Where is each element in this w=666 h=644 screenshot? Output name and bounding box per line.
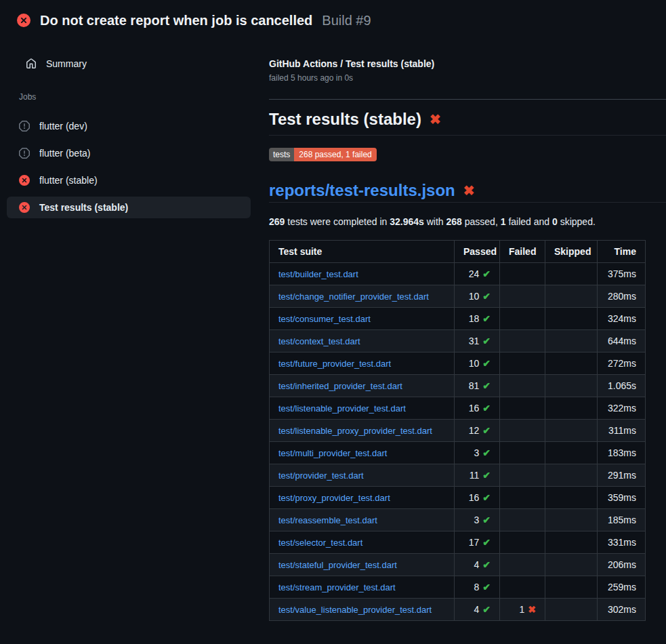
results-table: Test suite Passed Failed Skipped Time te… bbox=[269, 240, 646, 621]
section-title: Test results (stable) bbox=[269, 110, 421, 129]
table-row: test/stream_provider_test.dart8✔259ms bbox=[270, 576, 646, 599]
passed-cell: 10✔ bbox=[455, 353, 500, 375]
failed-cell bbox=[500, 554, 545, 576]
summary-line: 269 tests were completed in 32.964s with… bbox=[269, 216, 666, 227]
passed-cell: 18✔ bbox=[455, 308, 500, 330]
fail-x-icon: ✖ bbox=[528, 604, 536, 615]
passed-value: 24 bbox=[469, 268, 480, 279]
passed-cell: 10✔ bbox=[455, 285, 500, 308]
passed-value: 3 bbox=[474, 515, 479, 525]
pass-check-icon: ✔ bbox=[482, 604, 491, 615]
test-suite-link[interactable]: test/stateful_provider_test.dart bbox=[278, 560, 397, 570]
test-suite-link[interactable]: test/inherited_provider_test.dart bbox=[278, 381, 402, 391]
summary-text: passed, bbox=[462, 216, 501, 227]
passed-cell: 17✔ bbox=[455, 531, 500, 554]
test-suite-link[interactable]: test/consumer_test.dart bbox=[278, 314, 371, 324]
pass-check-icon: ✔ bbox=[482, 313, 491, 324]
skipped-cell bbox=[545, 263, 598, 285]
cancelled-stop-icon bbox=[19, 121, 30, 132]
table-row: test/listenable_provider_test.dart16✔322… bbox=[270, 397, 646, 420]
sidebar-item-flutter-stable[interactable]: flutter (stable) bbox=[7, 169, 251, 191]
test-suite-cell: test/selector_test.dart bbox=[270, 531, 455, 554]
sidebar: Summary Jobs flutter (dev) flutter (beta… bbox=[0, 53, 257, 224]
pass-check-icon: ✔ bbox=[482, 380, 491, 391]
column-header-failed: Failed bbox=[500, 241, 545, 263]
skipped-cell bbox=[545, 397, 598, 420]
test-suite-link[interactable]: test/context_test.dart bbox=[278, 336, 360, 346]
badge-label: tests bbox=[269, 148, 294, 161]
test-suite-link[interactable]: test/selector_test.dart bbox=[278, 538, 362, 548]
failed-cell bbox=[500, 420, 545, 442]
test-suite-link[interactable]: test/stream_provider_test.dart bbox=[278, 582, 396, 592]
report-file-link[interactable]: reports/test-results.json bbox=[269, 181, 455, 200]
skipped-cell bbox=[545, 509, 598, 531]
pass-check-icon: ✔ bbox=[482, 447, 491, 458]
test-suite-link[interactable]: test/listenable_provider_test.dart bbox=[278, 403, 406, 414]
sidebar-item-label: flutter (stable) bbox=[39, 175, 98, 186]
time-cell: 322ms bbox=[598, 397, 646, 420]
pass-check-icon: ✔ bbox=[482, 268, 491, 279]
time-cell: 206ms bbox=[598, 554, 646, 576]
column-header-passed: Passed bbox=[455, 241, 500, 263]
passed-value: 16 bbox=[469, 403, 480, 414]
test-suite-link[interactable]: test/multi_provider_test.dart bbox=[278, 448, 387, 458]
time-cell: 359ms bbox=[598, 487, 646, 509]
passed-cell: 16✔ bbox=[455, 487, 500, 509]
test-suite-link[interactable]: test/change_notifier_provider_test.dart bbox=[278, 291, 429, 302]
failed-cell bbox=[500, 509, 545, 531]
test-suite-link[interactable]: test/listenable_proxy_provider_test.dart bbox=[278, 426, 432, 436]
sidebar-item-test-results-stable[interactable]: Test results (stable) bbox=[7, 197, 251, 218]
failed-cell bbox=[500, 285, 545, 308]
failed-x-circle-icon bbox=[19, 202, 30, 213]
skipped-cell bbox=[545, 487, 598, 509]
test-suite-link[interactable]: test/builder_test.dart bbox=[278, 269, 358, 279]
failed-value: 1 bbox=[519, 604, 524, 615]
time-cell: 375ms bbox=[598, 263, 646, 285]
test-suite-cell: test/consumer_test.dart bbox=[270, 308, 455, 330]
breadcrumb: GitHub Actions / Test results (stable) bbox=[269, 58, 666, 69]
failed-cell bbox=[500, 576, 545, 599]
time-cell: 644ms bbox=[598, 330, 646, 353]
time-cell: 302ms bbox=[598, 599, 646, 621]
passed-value: 12 bbox=[469, 425, 480, 436]
pass-check-icon: ✔ bbox=[482, 559, 491, 570]
test-suite-link[interactable]: test/provider_test.dart bbox=[278, 470, 364, 481]
build-title: Do not create report when job is cancell… bbox=[40, 13, 312, 28]
total-time: 32.964s bbox=[390, 216, 424, 227]
skipped-cell bbox=[545, 420, 598, 442]
failed-cell bbox=[500, 308, 545, 330]
sidebar-item-flutter-dev[interactable]: flutter (dev) bbox=[7, 115, 251, 137]
time-cell: 185ms bbox=[598, 509, 646, 531]
skipped-cell bbox=[545, 599, 598, 621]
table-row: test/context_test.dart31✔644ms bbox=[270, 330, 646, 353]
pass-check-icon: ✔ bbox=[482, 537, 491, 548]
test-suite-link[interactable]: test/future_provider_test.dart bbox=[278, 359, 391, 369]
passed-value: 4 bbox=[474, 604, 479, 615]
test-suite-link[interactable]: test/value_listenable_provider_test.dart bbox=[278, 605, 432, 615]
table-header-row: Test suite Passed Failed Skipped Time bbox=[270, 241, 646, 263]
test-suite-link[interactable]: test/proxy_provider_test.dart bbox=[278, 493, 390, 503]
failed-cell bbox=[500, 353, 545, 375]
build-header: Do not create report when job is cancell… bbox=[17, 9, 666, 31]
table-row: test/selector_test.dart17✔331ms bbox=[270, 531, 646, 554]
failed-x-circle-icon bbox=[19, 175, 30, 186]
skipped-cell bbox=[545, 375, 598, 397]
passed-cell: 4✔ bbox=[455, 599, 500, 621]
sidebar-item-summary[interactable]: Summary bbox=[7, 53, 251, 75]
passed-cell: 31✔ bbox=[455, 330, 500, 353]
passed-cell: 3✔ bbox=[455, 442, 500, 464]
pass-check-icon: ✔ bbox=[482, 425, 491, 436]
failed-cell: 1✖ bbox=[500, 599, 545, 621]
summary-text: tests were completed in bbox=[285, 216, 390, 227]
failed-cell bbox=[500, 442, 545, 464]
home-icon bbox=[26, 58, 37, 69]
table-row: test/consumer_test.dart18✔324ms bbox=[270, 308, 646, 330]
test-suite-cell: test/multi_provider_test.dart bbox=[270, 442, 455, 464]
jobs-section-label: Jobs bbox=[0, 92, 257, 102]
sidebar-item-flutter-beta[interactable]: flutter (beta) bbox=[7, 142, 251, 164]
test-suite-link[interactable]: test/reassemble_test.dart bbox=[278, 515, 377, 525]
passed-cell: 81✔ bbox=[455, 375, 500, 397]
sidebar-item-label: Test results (stable) bbox=[39, 202, 128, 213]
passed-value: 17 bbox=[469, 537, 480, 548]
failed-cell bbox=[500, 487, 545, 509]
